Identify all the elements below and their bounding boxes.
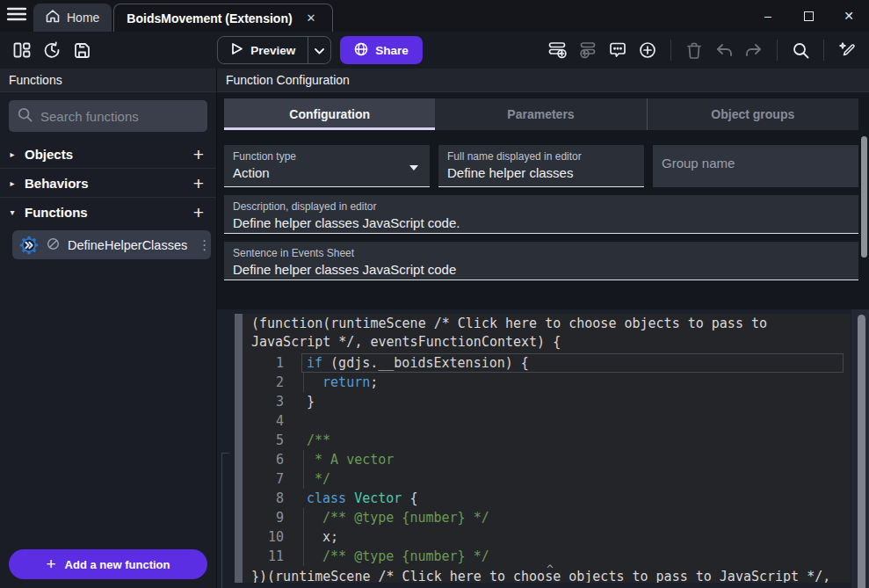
- tab-object-groups[interactable]: Object groups: [648, 98, 858, 130]
- function-configuration-title: Function Configuration: [226, 73, 350, 87]
- description-field[interactable]: Description, displayed in editor Define …: [224, 195, 858, 234]
- sidebar-header-title: Functions: [9, 73, 62, 87]
- tree-label: Objects: [25, 147, 185, 162]
- line-code[interactable]: }: [284, 392, 851, 411]
- line-code[interactable]: if (gdjs.__boidsExtension) {: [284, 353, 851, 373]
- code-line[interactable]: 2 return;: [243, 373, 851, 392]
- chevron-down-icon: [315, 42, 324, 58]
- code-line[interactable]: 4: [243, 411, 851, 431]
- tab-close-icon[interactable]: ✕: [303, 10, 320, 26]
- tab-parameters[interactable]: Parameters: [435, 98, 646, 130]
- js-code-editor[interactable]: (function(runtimeScene /* Click here to …: [243, 314, 851, 583]
- add-event-icon: [548, 41, 568, 59]
- line-code[interactable]: return;: [284, 373, 851, 392]
- events-indent-guide: [221, 453, 229, 588]
- line-number: 7: [243, 469, 284, 489]
- main-menu-button[interactable]: [0, 0, 33, 32]
- globe-icon: [354, 42, 368, 59]
- open-panels-button[interactable]: [9, 37, 35, 63]
- code-line[interactable]: 5/**: [243, 431, 851, 450]
- function-type-select[interactable]: Function type Action: [224, 145, 430, 187]
- line-code[interactable]: /** @type {number} */: [284, 547, 851, 566]
- share-button[interactable]: Share: [340, 36, 423, 64]
- code-line[interactable]: 9 /** @type {number} */: [243, 508, 851, 527]
- sidebar-item-objects[interactable]: ▸ Objects +: [0, 140, 216, 169]
- more-vertical-icon[interactable]: ⋮: [195, 237, 214, 253]
- code-line[interactable]: 1if (gdjs.__boidsExtension) {: [243, 353, 851, 373]
- minimize-icon: –: [764, 9, 771, 23]
- chevron-down-icon[interactable]: ▾: [7, 207, 18, 217]
- event-drag-handle[interactable]: [235, 314, 243, 583]
- field-label: Sentence in Events Sheet: [233, 247, 850, 259]
- full-name-field[interactable]: Full name displayed in editor Define hel…: [438, 145, 644, 187]
- tab-home[interactable]: Home: [33, 4, 112, 32]
- edit-settings-button[interactable]: [834, 37, 860, 63]
- code-line[interactable]: 8class Vector {: [243, 489, 851, 508]
- redo-button[interactable]: [741, 37, 767, 63]
- add-comment-button[interactable]: [605, 37, 631, 63]
- trash-icon: [686, 42, 702, 59]
- circle-plus-icon: [639, 41, 656, 59]
- sentence-field[interactable]: Sentence in Events Sheet Define helper c…: [224, 242, 858, 280]
- search-events-button[interactable]: [787, 37, 814, 63]
- code-line[interactable]: 3}: [243, 392, 851, 411]
- sidebar-item-behaviors[interactable]: ▸ Behaviors +: [0, 169, 216, 198]
- minimize-button[interactable]: –: [748, 0, 788, 32]
- chevron-right-icon[interactable]: ▸: [7, 178, 18, 188]
- search-placeholder: Search functions: [40, 109, 139, 124]
- save-button[interactable]: [69, 37, 95, 63]
- line-number: 2: [243, 373, 284, 392]
- preview-options-button[interactable]: [308, 37, 330, 63]
- add-subevent-button[interactable]: [575, 37, 601, 63]
- code-line[interactable]: 6 * A vector: [243, 450, 851, 469]
- close-button[interactable]: ✕: [829, 0, 869, 32]
- home-tab-label: Home: [67, 11, 99, 25]
- events-scrollbar-track: [851, 309, 869, 588]
- chevron-right-icon[interactable]: ▸: [7, 149, 18, 159]
- config-scrollbar[interactable]: [861, 136, 867, 258]
- line-code[interactable]: * A vector: [284, 450, 851, 469]
- add-event-button[interactable]: [545, 37, 571, 63]
- editor-resize-caret[interactable]: ^: [547, 563, 554, 576]
- code-line[interactable]: 7 */: [243, 469, 851, 489]
- line-code[interactable]: /**: [284, 431, 851, 450]
- add-subevent-icon: [578, 41, 597, 59]
- undo-button[interactable]: [711, 37, 737, 63]
- events-scrollbar-thumb[interactable]: [858, 315, 865, 588]
- function-configuration-header: Function Configuration: [217, 69, 869, 92]
- sidebar-spacer: [0, 265, 216, 541]
- tab-configuration[interactable]: Configuration: [224, 98, 435, 130]
- add-behavior-button[interactable]: +: [192, 174, 206, 192]
- search-functions-input[interactable]: Search functions: [9, 100, 207, 132]
- code-lines: 1if (gdjs.__boidsExtension) {2 return;3}…: [243, 353, 851, 566]
- add-new-function-button[interactable]: + Add a new function: [9, 549, 207, 579]
- delete-button[interactable]: [681, 37, 707, 63]
- maximize-button[interactable]: [788, 0, 829, 32]
- history-button[interactable]: [39, 37, 65, 63]
- line-code[interactable]: class Vector {: [284, 489, 851, 508]
- function-item-selected[interactable]: DefineHelperClasses ⋮: [12, 230, 211, 259]
- active-tab-label: BoidsMovement (Extension): [127, 11, 292, 25]
- line-code[interactable]: */: [284, 469, 851, 489]
- sidebar-item-functions[interactable]: ▾ Functions +: [0, 198, 216, 227]
- group-name-field[interactable]: Group name: [653, 145, 858, 187]
- preview-button[interactable]: Preview: [218, 37, 308, 63]
- code-footer-text[interactable]: })(runtimeScene /* Click here to choose …: [251, 569, 830, 583]
- add-new-function-label: Add a new function: [65, 558, 170, 571]
- line-code[interactable]: x;: [284, 527, 851, 547]
- dropdown-caret-icon: [409, 163, 419, 173]
- line-code[interactable]: [284, 411, 851, 431]
- add-object-button[interactable]: +: [192, 145, 206, 163]
- tab-label: Configuration: [289, 107, 370, 121]
- function-action-icon: [19, 236, 39, 255]
- choose-event-button[interactable]: [634, 37, 661, 63]
- toolbar-right-group: [545, 37, 860, 63]
- code-line[interactable]: 10 x;: [243, 527, 851, 547]
- plus-icon: +: [47, 555, 56, 574]
- tab-boidsmovement[interactable]: BoidsMovement (Extension) ✕: [113, 4, 332, 32]
- add-function-button[interactable]: +: [192, 203, 206, 221]
- toolbar-divider: [670, 40, 671, 61]
- line-code[interactable]: /** @type {number} */: [284, 508, 851, 527]
- code-wrapper-header[interactable]: (function(runtimeScene /* Click here to …: [243, 314, 849, 352]
- field-value: Define helper classes JavaScript code.: [233, 215, 850, 230]
